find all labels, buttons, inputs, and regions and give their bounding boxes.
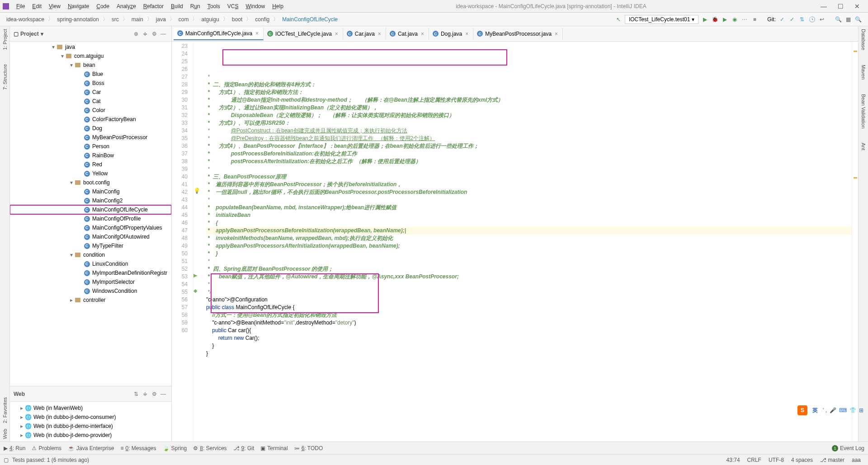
tree-class[interactable]: CRed	[10, 160, 171, 169]
problems-tool[interactable]: ⚠ Problems	[32, 445, 61, 451]
close-tab-icon[interactable]: ×	[464, 31, 469, 37]
web-item[interactable]: ▸🌐Web (in dubbo-jt-demo-provider)	[10, 431, 171, 440]
git-update-icon[interactable]: ✓	[778, 16, 786, 23]
breadcrumb[interactable]: main	[129, 15, 146, 23]
web-item[interactable]: ▸🌐Web (in MavenWeb)	[10, 404, 171, 413]
web-item[interactable]: ▸🌐Web (in dubbo-jt-demo-interface)	[10, 422, 171, 431]
tree-class[interactable]: CCar	[10, 88, 171, 97]
close-tab-icon[interactable]: ×	[554, 31, 559, 37]
menu-edit[interactable]: Edit	[28, 1, 45, 11]
menu-file[interactable]: File	[13, 1, 28, 11]
git-branch[interactable]: ⎇ master	[816, 457, 848, 463]
annotation-gutter[interactable]: 💡 ▶ ◆	[193, 42, 203, 442]
rail-ant[interactable]: Ant	[860, 140, 867, 153]
web-item[interactable]: ▸🌐Web (in dubbo-jt-demo-consumer)	[10, 413, 171, 422]
tree-package[interactable]: ▾boot.config	[10, 178, 171, 187]
tree-class[interactable]: CPerson	[10, 142, 171, 151]
tab[interactable]: CMyBeanPostProcessor.java×	[473, 28, 563, 40]
tree-class-selected[interactable]: CMainConfigOfLifeCycle	[10, 205, 171, 214]
rail-maven[interactable]: Maven	[860, 62, 867, 82]
tree-class[interactable]: CBoss	[10, 79, 171, 88]
tree-class[interactable]: CLinuxCondition	[10, 259, 171, 268]
warning-mark[interactable]	[854, 51, 857, 52]
tree-class[interactable]: CMyBeanPostProcessor	[10, 133, 171, 142]
hide-icon[interactable]: —	[160, 30, 167, 38]
tab-active[interactable]: CMainConfigOfLifeCycle.java×	[174, 28, 264, 40]
tab[interactable]: CCar.java×	[343, 28, 386, 40]
tree-class[interactable]: CMainConifgOfAutowired	[10, 232, 171, 241]
gear-icon[interactable]: ⚙	[151, 390, 158, 398]
tree-class[interactable]: CMainConfigOfProfile	[10, 214, 171, 223]
breadcrumb[interactable]: spring-annotation	[54, 15, 102, 23]
git-history-icon[interactable]: 🕓	[808, 16, 816, 23]
minimize-button[interactable]: —	[815, 1, 832, 12]
tree-class[interactable]: CMyImportBeanDefinitionRegistr	[10, 268, 171, 277]
user-badge[interactable]: aaa	[848, 457, 864, 463]
tree-package[interactable]: ▾bean	[10, 61, 171, 70]
settings-icon[interactable]: ▦	[844, 16, 852, 23]
bean-gutter-icon[interactable]: ◆	[193, 287, 197, 295]
filter-icon[interactable]: ⇅	[132, 390, 140, 398]
tree-class[interactable]: CWindowsCondition	[10, 287, 171, 296]
locate-icon[interactable]: ⊕	[132, 30, 140, 38]
tree-package[interactable]: ▾condition	[10, 250, 171, 259]
gear-icon[interactable]: ⚙	[151, 30, 158, 38]
run-tool[interactable]: ▶ 4: Run	[4, 445, 25, 451]
close-button[interactable]: ✕	[849, 1, 865, 12]
services-tool[interactable]: ⚙ 8: Services	[193, 445, 226, 451]
collapse-icon[interactable]: ≑	[142, 30, 149, 38]
menu-help[interactable]: Help	[269, 1, 287, 11]
debug-button[interactable]: 🐞	[711, 16, 718, 23]
tab[interactable]: CDog.java×	[429, 28, 473, 40]
messages-tool[interactable]: ≡ 0: Messages	[120, 445, 156, 451]
event-log[interactable]: 1 Event Log	[832, 445, 864, 451]
git-compare-icon[interactable]: ⇅	[798, 16, 806, 23]
ime-punct-icon[interactable]: ' ,	[823, 407, 827, 413]
breadcrumb[interactable]: com	[176, 15, 192, 23]
breadcrumb[interactable]: atguigu	[198, 15, 222, 23]
rail-favorites[interactable]: 2: Favorites	[1, 395, 9, 426]
search-everywhere-icon[interactable]: 🔍	[854, 16, 862, 23]
tree-class[interactable]: CYellow	[10, 169, 171, 178]
breadcrumb[interactable]: src	[109, 15, 122, 23]
tree-package[interactable]: ▾com.atguigu	[10, 52, 171, 61]
ime-lang-icon[interactable]: 英	[810, 405, 820, 415]
close-tab-icon[interactable]: ×	[334, 31, 339, 37]
tree-class[interactable]: CColor	[10, 106, 171, 115]
menu-tools[interactable]: Tools	[204, 1, 224, 11]
breadcrumb-current[interactable]: MainConfigOfLifeCycle	[279, 15, 340, 23]
run-button[interactable]: ▶	[701, 16, 708, 23]
menu-analyze[interactable]: Analyze	[113, 1, 140, 11]
close-tab-icon[interactable]: ×	[377, 31, 382, 37]
ime-mic-icon[interactable]: 🎤	[830, 407, 836, 413]
collapse-icon[interactable]: ≑	[142, 390, 149, 398]
menu-navigate[interactable]: Navigate	[64, 1, 93, 11]
breadcrumb[interactable]: config	[252, 15, 272, 23]
tree-class[interactable]: CCat	[10, 97, 171, 106]
spring-tool[interactable]: 🍃 Spring	[163, 445, 187, 451]
attach-button[interactable]: ⋯	[741, 16, 748, 23]
project-tree[interactable]: ▾java ▾com.atguigu ▾bean CBlue CBoss CCa…	[10, 42, 171, 386]
rail-database[interactable]: Database	[860, 26, 867, 53]
menu-view[interactable]: View	[45, 1, 64, 11]
tree-folder[interactable]: ▾java	[10, 42, 171, 52]
git-tool[interactable]: ⎇ 9: Git	[233, 445, 255, 451]
tree-class[interactable]: CMainConfig2	[10, 196, 171, 205]
menu-window[interactable]: Window	[242, 1, 269, 11]
line-ending[interactable]: CRLF	[744, 457, 765, 463]
close-tab-icon[interactable]: ×	[255, 30, 259, 37]
ime-keyboard-icon[interactable]: ⌨	[839, 407, 847, 413]
terminal-tool[interactable]: ▣ Terminal	[260, 445, 288, 451]
tab[interactable]: CCat.java×	[386, 28, 429, 40]
run-config-select[interactable]: IOCTest_LifeCycle.test01 ▾	[625, 15, 698, 24]
breadcrumb[interactable]: boot	[229, 15, 245, 23]
code-content[interactable]: * * 二、指定Bean的初始化和销毁有4种方式： * 方式1）、指定初始化和销…	[203, 42, 852, 442]
encoding[interactable]: UTF-8	[765, 457, 788, 463]
sogou-icon[interactable]: S	[797, 405, 807, 415]
menu-code[interactable]: Code	[93, 1, 113, 11]
tree-class[interactable]: CColorFactoryBean	[10, 115, 171, 124]
tree-class[interactable]: CBlue	[10, 70, 171, 79]
breadcrumb[interactable]: idea-workspace	[4, 15, 47, 23]
chevron-down-icon[interactable]: ▾	[41, 31, 43, 37]
coverage-button[interactable]: ▶	[721, 16, 728, 23]
